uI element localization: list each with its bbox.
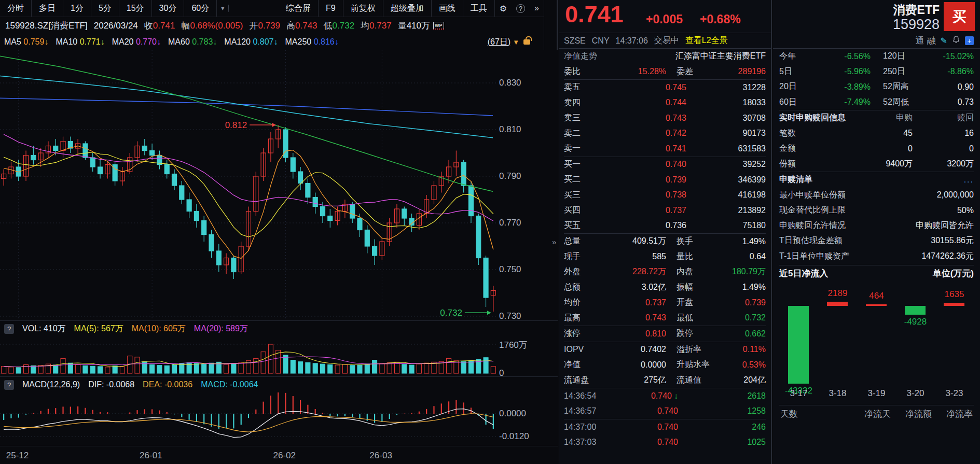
volume-axis-label: 1760万 [499, 339, 541, 351]
trading-terminal: 分时 多日 1分 5分 15分 30分 60分 ▾ 综合屏 F9 前复权 超级叠… [0, 0, 980, 464]
weibi-value: 15.28% [596, 67, 666, 76]
menu-draw-line[interactable]: 画线 [432, 0, 463, 17]
stat-row: 流通盘275亿流通值204亿 [564, 373, 766, 388]
net-inflow-bar-chart: -433323-17 21893-18 4643-19 -49283-20 16… [779, 282, 974, 405]
macd-pane[interactable]: 0.0000-0.0120 [0, 392, 558, 446]
bid-row-1[interactable]: 买一0.74039252 [564, 157, 766, 173]
price-change: +0.005 [646, 12, 683, 26]
redemption-list-header[interactable]: 申赎清单... [779, 172, 974, 188]
help-icon[interactable]: ? [512, 4, 530, 13]
window-days-label[interactable]: (67日) [488, 37, 510, 48]
footer-netflow-rate[interactable]: 净流率 [946, 408, 973, 420]
vol-ma5: MA(5): 567万 [74, 324, 123, 334]
menu-tools[interactable]: 工具 [463, 0, 495, 17]
more-chevrons-icon[interactable]: » [530, 4, 544, 13]
trade-tick-row[interactable]: 14:36:540.740↓2618 [564, 388, 766, 404]
more-ellipsis[interactable]: ... [964, 175, 974, 185]
kv-row: 现金替代比例上限50% [779, 203, 974, 218]
stat-row: 总额3.02亿振幅1.49% [564, 280, 766, 296]
footer-days[interactable]: 天数 [780, 408, 798, 420]
flow-slot: 16353-23 [935, 282, 974, 405]
clock-label: 14:37:06 [616, 36, 648, 46]
gear-icon[interactable]: ⚙ [495, 4, 512, 13]
menu-composite[interactable]: 综合屏 [279, 0, 319, 17]
exchange-label: SZSE [564, 36, 586, 46]
pencil-icon[interactable]: ✎ [941, 36, 947, 46]
market-status-bar: SZSE CNY 14:37:06 交易中 查看L2全景 [559, 33, 771, 49]
vol-help-icon[interactable]: ? [4, 324, 14, 334]
vol-value: VOL: 410万 [22, 324, 66, 334]
bid-row-2[interactable]: 买二0.739346399 [564, 172, 766, 188]
trade-tick-row[interactable]: 14:36:570.7401258 [564, 404, 766, 419]
buy-button[interactable]: 买 [944, 2, 975, 31]
menu-forward-adjust[interactable]: 前复权 [343, 0, 383, 17]
stat-row: 现手585量比0.64 [564, 249, 766, 265]
ask-row-3[interactable]: 卖三0.74330708 [564, 110, 766, 126]
tab-30min[interactable]: 30分 [152, 0, 185, 17]
nav-trend-row[interactable]: 净值走势 汇添富中证主要消费ETF [564, 49, 766, 64]
volume-pane[interactable]: 1760万0 [0, 337, 558, 376]
trading-status: 交易中 [654, 35, 679, 46]
trade-tick-row[interactable]: 14:37:030.7401025 [564, 435, 766, 451]
tab-multiday[interactable]: 多日 [32, 0, 63, 17]
price-header: 0.741 +0.005 +0.68% [559, 0, 771, 33]
subscription-row: 金额00 [779, 141, 974, 157]
period-dropdown-icon[interactable]: ▾ [217, 5, 229, 12]
price-axis-label: 0.810 [499, 124, 541, 135]
unlock-icon[interactable] [523, 39, 530, 45]
quote-panel: 0.741 +0.005 +0.68% SZSE CNY 14:37:06 交易… [559, 0, 772, 464]
ask-row-1[interactable]: 卖一0.741631583 [564, 141, 766, 157]
candlestick-pane[interactable]: 0.8120.732 0.8300.8100.7900.7700.7500.73… [0, 50, 558, 320]
menu-f9[interactable]: F9 [319, 0, 343, 17]
add-icon[interactable]: ＋ [965, 36, 974, 45]
tab-timeshare[interactable]: 分时 [0, 0, 32, 17]
macd-axis-label: -0.0120 [499, 431, 541, 442]
flow-slot: -433323-17 [779, 282, 818, 405]
down-arrow-icon: ↓ [674, 391, 678, 400]
bid-row-4[interactable]: 买四0.737213892 [564, 203, 766, 218]
flow-footer: 天数 净流天 净流额 净流率 [779, 405, 974, 423]
stat-row: 总量409.51万换手1.49% [564, 234, 766, 249]
macd-dif: DIF: -0.0068 [88, 380, 134, 389]
menu-super-overlay[interactable]: 超级叠加 [383, 0, 432, 17]
last-price: 0.741 [565, 1, 624, 28]
high-value: 0.743 [295, 21, 318, 31]
perf-row: 60日-7.49%52周低0.73 [779, 95, 974, 110]
tab-60min[interactable]: 60分 [184, 0, 217, 17]
date-axis-label: 26-02 [273, 451, 295, 461]
bell-icon[interactable] [952, 35, 960, 46]
volume-value: 410万 [407, 21, 430, 31]
footer-netflow-days[interactable]: 净流天 [864, 408, 891, 420]
fund-info-panel: 消费ETF 159928 买 通 融 ✎ ＋ 今年-6.56%120日-15.0… [773, 0, 980, 464]
bid-row-3[interactable]: 买三0.738416198 [564, 188, 766, 203]
subscription-header: 实时申购赎回信息申购赎回 [779, 110, 974, 126]
open-value: 0.739 [258, 21, 280, 31]
volume-chart[interactable] [0, 337, 497, 376]
fund-code: 159928 [893, 17, 940, 33]
fund-header: 消费ETF 159928 买 [773, 0, 980, 33]
footer-netflow-amount[interactable]: 净流额 [905, 408, 932, 420]
flow-slot: 4643-19 [857, 282, 896, 405]
tab-15min[interactable]: 15分 [119, 0, 152, 17]
l2-panorama-link[interactable]: 查看L2全景 [685, 35, 728, 46]
macd-legend-bar: ? MACD(12,26,9) DIF: -0.0068 DEA: -0.003… [0, 376, 558, 392]
bid-row-5[interactable]: 买五0.73675180 [564, 218, 766, 234]
tab-1min[interactable]: 1分 [63, 0, 91, 17]
vol-ma20: MA(20): 589万 [194, 324, 248, 334]
wp-screen-icon[interactable]: WP [433, 22, 444, 30]
ask-row-4[interactable]: 卖四0.74418033 [564, 95, 766, 111]
macd-chart[interactable] [0, 392, 497, 446]
ask-row-2[interactable]: 卖二0.74290173 [564, 126, 766, 142]
subscription-row: 笔数4516 [779, 126, 974, 142]
price-axis-label: 0.830 [499, 78, 541, 88]
collapse-handle-icon[interactable]: » [552, 237, 556, 246]
fund-name: 消费ETF [893, 2, 940, 18]
price-axis-label: 0.770 [499, 218, 541, 228]
macd-help-icon[interactable]: ? [4, 380, 14, 390]
ask-row-5[interactable]: 卖五0.74531228 [564, 80, 766, 95]
trade-tick-row[interactable]: 14:37:000.740246 [564, 419, 766, 435]
candlestick-chart[interactable]: 0.8120.732 [0, 50, 497, 320]
tab-5min[interactable]: 5分 [91, 0, 119, 17]
window-caret-icon[interactable]: ▼ [513, 38, 519, 46]
macd-title: MACD(12,26,9) [22, 380, 80, 389]
